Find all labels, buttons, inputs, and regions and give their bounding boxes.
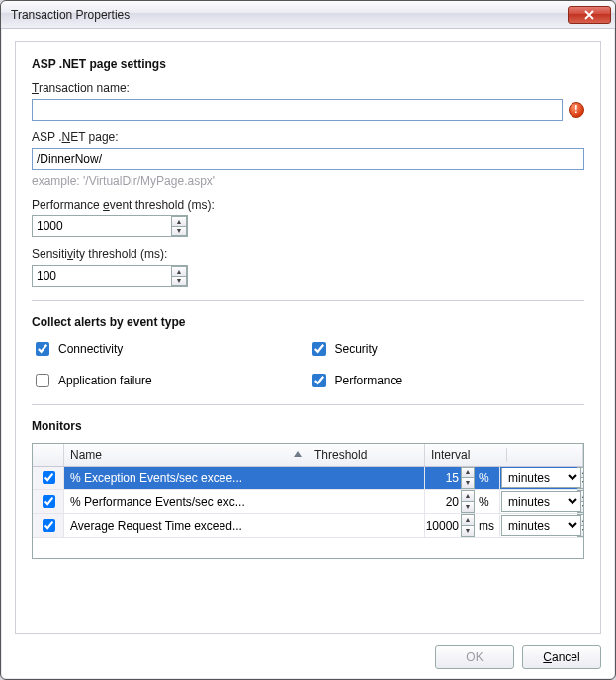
row-interval-cell: ▲▼secondsminuteshoursdays — [425, 514, 583, 537]
dialog-window: Transaction Properties ASP .NET page set… — [0, 0, 616, 680]
col-checkbox — [33, 444, 64, 466]
col-interval[interactable]: Interval — [425, 444, 583, 466]
divider — [32, 404, 584, 405]
row-check-cell — [33, 467, 64, 489]
asp-page-input[interactable] — [32, 148, 584, 170]
checkbox-performance[interactable]: Performance — [308, 371, 585, 390]
asp-page-hint: example: '/VirtualDir/MyPage.aspx' — [32, 174, 584, 188]
transaction-name-input[interactable] — [32, 99, 563, 121]
interval-unit-select[interactable]: secondsminuteshoursdays — [501, 515, 581, 536]
monitors-grid: Name Threshold Interval % Exception Even… — [32, 443, 584, 559]
checkbox-input[interactable] — [36, 342, 49, 356]
checkbox-input[interactable] — [312, 374, 326, 387]
checkbox-security[interactable]: Security — [308, 339, 585, 359]
content-panel: ASP .NET page settings Transaction name:… — [15, 41, 601, 634]
row-check-cell — [33, 514, 64, 537]
alerts-checkbox-grid: ConnectivitySecurityApplication failureP… — [32, 339, 584, 390]
ok-button[interactable]: OK — [435, 645, 514, 669]
checkbox-application-failure[interactable]: Application failure — [32, 371, 308, 390]
row-checkbox[interactable] — [43, 471, 55, 484]
sensitivity-spinner[interactable]: ▲ ▼ — [32, 265, 188, 287]
checkbox-input[interactable] — [36, 374, 49, 387]
sensitivity-label: Sensitivity threshold (ms): — [32, 247, 584, 261]
row-check-cell — [33, 490, 64, 513]
row-name: % Performance Events/sec exc... — [64, 490, 308, 513]
section-monitors-title: Monitors — [32, 419, 584, 433]
row-checkbox[interactable] — [43, 519, 55, 532]
close-icon — [584, 10, 594, 20]
checkbox-input[interactable] — [312, 342, 326, 356]
perf-threshold-input[interactable] — [33, 216, 171, 236]
window-title: Transaction Properties — [11, 8, 568, 22]
col-threshold[interactable]: Threshold — [308, 444, 425, 466]
spin-down-button[interactable]: ▼ — [171, 276, 187, 286]
row-interval-cell: ▲▼secondsminuteshoursdays — [425, 467, 583, 489]
row-threshold-cell: ▲▼ms — [308, 514, 425, 537]
sort-asc-icon — [294, 451, 302, 457]
error-icon — [569, 102, 584, 118]
perf-threshold-spinner[interactable]: ▲ ▼ — [32, 215, 188, 237]
close-button[interactable] — [568, 6, 611, 24]
row-threshold-cell: ▲▼% — [308, 490, 425, 513]
interval-unit-select[interactable]: secondsminuteshoursdays — [501, 491, 581, 512]
interval-unit-select[interactable]: secondsminuteshoursdays — [501, 468, 581, 488]
row-interval-cell: ▲▼secondsminuteshoursdays — [425, 490, 583, 513]
asp-page-label: ASP .NET page: — [32, 130, 584, 144]
row-name: Average Request Time exceed... — [64, 514, 308, 537]
grid-header: Name Threshold Interval — [33, 444, 583, 467]
row-name: % Exception Events/sec excee... — [64, 467, 308, 489]
table-row[interactable]: Average Request Time exceed...▲▼ms▲▼seco… — [33, 514, 583, 538]
checkbox-connectivity[interactable]: Connectivity — [32, 339, 308, 359]
perf-threshold-label: Performance event threshold (ms): — [32, 198, 584, 212]
sensitivity-input[interactable] — [33, 266, 171, 286]
spin-down-button[interactable]: ▼ — [171, 226, 187, 236]
dialog-buttons: OK Cancel — [435, 645, 601, 669]
divider — [32, 300, 584, 301]
section-alerts-title: Collect alerts by event type — [32, 315, 584, 329]
transaction-name-label: Transaction name: — [32, 81, 584, 95]
spin-up-button[interactable]: ▲ — [171, 266, 187, 276]
col-name[interactable]: Name — [64, 444, 308, 466]
spin-up-button[interactable]: ▲ — [171, 216, 187, 226]
cancel-button[interactable]: Cancel — [522, 645, 601, 669]
row-checkbox[interactable] — [43, 495, 55, 508]
section-asp-title: ASP .NET page settings — [32, 57, 584, 71]
titlebar: Transaction Properties — [1, 1, 615, 29]
row-threshold-cell: ▲▼% — [308, 467, 425, 489]
table-row[interactable]: % Performance Events/sec exc...▲▼%▲▼seco… — [33, 490, 583, 514]
table-row[interactable]: % Exception Events/sec excee...▲▼%▲▼seco… — [33, 467, 583, 490]
